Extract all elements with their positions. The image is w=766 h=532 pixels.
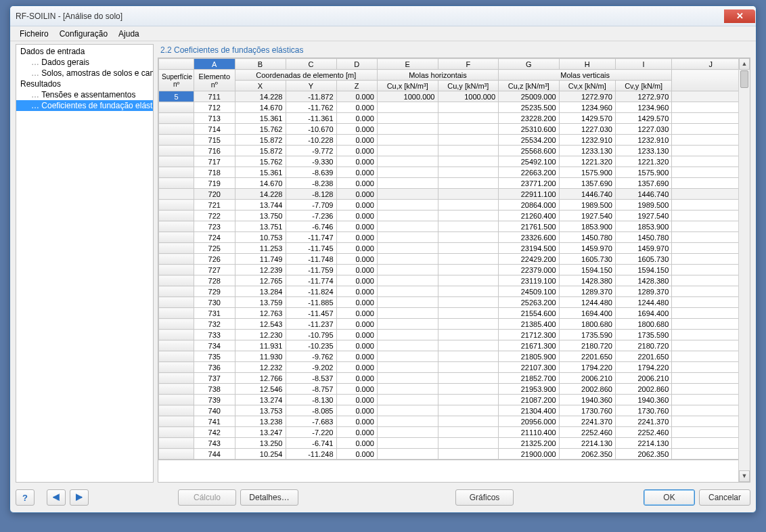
col-surf-label: Superfícienº — [159, 70, 194, 91]
col-cuy: Cu,y [kN/m³] — [438, 81, 499, 91]
nav-tree[interactable]: Dados de entrada … Dados gerais … Solos,… — [16, 44, 154, 483]
table-row[interactable]: 71214.670-11.7620.00025235.5001234.96012… — [159, 102, 750, 113]
table-row[interactable]: 72113.744-7.7090.00020864.0001989.500198… — [159, 200, 750, 210]
corner-header — [159, 59, 194, 70]
menu-ajuda[interactable]: Ajuda — [113, 28, 145, 40]
col-letter-d[interactable]: D — [336, 59, 377, 70]
table-row[interactable]: 71315.361-11.3610.00023228.2001429.57014… — [159, 113, 750, 124]
col-letter-h[interactable]: H — [559, 59, 615, 70]
window-title: RF-SOILIN - [Análise do solo] — [16, 12, 122, 21]
table-row[interactable]: 73612.232-9.2020.00022107.3001794.220179… — [159, 362, 750, 373]
content-panel: 2.2 Coeficientes de fundações elásticas … — [158, 44, 750, 483]
group-coords: Coordenadas de elemento [m] — [235, 70, 377, 81]
prev-button[interactable]: ⯇ — [47, 489, 66, 506]
close-icon[interactable]: ✕ — [724, 9, 755, 23]
table-row[interactable]: 72913.284-11.8240.00024509.1001289.37012… — [159, 286, 750, 297]
section-title: 2.2 Coeficientes de fundações elásticas — [158, 44, 750, 58]
table-row[interactable]: 72410.753-11.7470.00023326.6001450.78014… — [159, 232, 750, 243]
col-letter-b[interactable]: B — [235, 59, 286, 70]
col-letter-i[interactable]: I — [615, 59, 671, 70]
header-letters-row: A B C D E F G H I J — [159, 59, 750, 70]
table-row[interactable]: 72313.751-6.7460.00021761.5001853.900185… — [159, 221, 750, 232]
cancel-button[interactable]: Cancelar — [699, 489, 750, 506]
table-row[interactable]: 72213.750-7.2360.00021260.4001927.540192… — [159, 210, 750, 221]
col-z: Z — [336, 81, 377, 91]
detail-subgrid — [158, 460, 750, 474]
table-row[interactable]: 571114.228-11.8720.0001000.0001000.00025… — [159, 91, 750, 102]
col-letter-a[interactable]: A — [194, 59, 235, 70]
scroll-down-icon[interactable]: ▼ — [739, 470, 750, 482]
vertical-scrollbar[interactable]: ▲ ▼ — [738, 58, 750, 482]
table-row[interactable]: 74213.247-7.2200.00021110.4002252.460225… — [159, 427, 750, 438]
tree-item-coeficientes[interactable]: … Coeficientes de fundação elástica — [16, 100, 153, 111]
table-row[interactable]: 71715.762-9.3300.00025492.1001221.320122… — [159, 156, 750, 167]
scroll-thumb[interactable] — [740, 70, 748, 88]
tree-item-dados-gerais[interactable]: … Dados gerais — [16, 57, 153, 68]
table-row[interactable]: 72712.239-11.7590.00022379.0001594.15015… — [159, 265, 750, 275]
tree-item-tensoes[interactable]: … Tensões e assentamentos — [16, 89, 153, 100]
grid-table[interactable]: A B C D E F G H I J Superfícienº — [158, 58, 750, 460]
table-row[interactable]: 71515.872-10.2280.00025534.2001232.91012… — [159, 135, 750, 146]
col-cvy: Cv,y [kN/m] — [615, 81, 671, 91]
arrow-left-icon: ⯇ — [52, 493, 61, 503]
col-letter-c[interactable]: C — [286, 59, 336, 70]
table-row[interactable]: 73511.930-9.7620.00021805.9002201.650220… — [159, 351, 750, 362]
button-row: ? ⯇ ⯈ Cálculo Detalhes… Gráficos OK Canc… — [10, 483, 756, 512]
graphics-button[interactable]: Gráficos — [455, 489, 514, 506]
menubar: Ficheiro Configuração Ajuda — [10, 26, 756, 41]
menu-ficheiro[interactable]: Ficheiro — [14, 28, 54, 40]
help-icon: ? — [22, 493, 28, 503]
details-button[interactable]: Detalhes… — [240, 489, 298, 506]
col-letter-f[interactable]: F — [438, 59, 499, 70]
table-row[interactable]: 71815.361-8.6390.00022663.2001575.900157… — [159, 167, 750, 178]
table-row[interactable]: 71914.670-8.2380.00023771.2001357.690135… — [159, 178, 750, 189]
table-row[interactable]: 73712.766-8.5370.00021852.7002006.210200… — [159, 373, 750, 384]
header-group-row: Superfícienº Elementonº Coordenadas de e… — [159, 70, 750, 81]
col-y: Y — [286, 81, 336, 91]
table-row[interactable]: 72611.749-11.7480.00022429.2001605.73016… — [159, 254, 750, 265]
tree-group-results[interactable]: Resultados — [16, 79, 153, 89]
table-row[interactable]: 74313.250-6.7410.00021325.2002214.130221… — [159, 438, 750, 449]
table-row[interactable]: 73013.759-11.8850.00025263.2001244.48012… — [159, 297, 750, 308]
next-button[interactable]: ⯈ — [70, 489, 89, 506]
help-button[interactable]: ? — [16, 489, 35, 506]
table-row[interactable]: 73212.543-11.2370.00021385.4001800.68018… — [159, 319, 750, 330]
table-row[interactable]: 72014.228-8.1280.00022911.1001446.740144… — [159, 189, 750, 200]
results-grid[interactable]: A B C D E F G H I J Superfícienº — [158, 58, 750, 483]
titlebar: RF-SOILIN - [Análise do solo] ✕ — [10, 6, 756, 26]
table-row[interactable]: 71415.762-10.6700.00025310.6001227.03012… — [159, 124, 750, 135]
col-cux: Cu,x [kN/m³] — [377, 81, 438, 91]
col-letter-g[interactable]: G — [499, 59, 560, 70]
table-row[interactable]: 73312.230-10.7950.00021712.3001735.59017… — [159, 330, 750, 340]
table-row[interactable]: 73411.931-10.2350.00021671.3002180.72021… — [159, 340, 750, 351]
calc-button[interactable]: Cálculo — [178, 489, 236, 506]
col-cuz: Cu,z [kN/m³] — [499, 81, 560, 91]
group-molas-v: Molas verticais — [499, 70, 672, 81]
app-window: RF-SOILIN - [Análise do solo] ✕ Ficheiro… — [9, 5, 757, 513]
table-row[interactable]: 73112.763-11.4570.00021554.6001694.40016… — [159, 308, 750, 319]
ok-button[interactable]: OK — [644, 489, 695, 506]
col-x: X — [235, 81, 286, 91]
table-row[interactable]: 74410.254-11.2480.00021900.0002062.35020… — [159, 449, 750, 460]
table-row[interactable]: 71615.872-9.7720.00025568.6001233.130123… — [159, 146, 750, 156]
tree-group-input[interactable]: Dados de entrada — [16, 46, 153, 57]
table-row[interactable]: 74013.753-8.0850.00021304.4001730.760173… — [159, 405, 750, 416]
arrow-right-icon: ⯈ — [75, 493, 84, 503]
tree-item-solos[interactable]: … Solos, amostras de solos e camadas — [16, 68, 153, 79]
titlebar-buttons: ✕ — [723, 9, 756, 23]
body-area: Dados de entrada … Dados gerais … Solos,… — [10, 41, 756, 483]
col-elem-label: Elementonº — [194, 70, 235, 91]
header-units-row: X Y Z Cu,x [kN/m³] Cu,y [kN/m³] Cu,z [kN… — [159, 81, 750, 91]
table-row[interactable]: 73913.274-8.1300.00021087.2001940.360194… — [159, 395, 750, 405]
col-cvx: Cv,x [kN/m] — [559, 81, 615, 91]
table-row[interactable]: 73812.546-8.7570.00021953.9002002.860200… — [159, 384, 750, 395]
table-row[interactable]: 72812.765-11.7740.00023119.1001428.38014… — [159, 275, 750, 286]
table-row[interactable]: 74113.238-7.6830.00020956.0002241.370224… — [159, 416, 750, 427]
menu-configuracao[interactable]: Configuração — [54, 28, 113, 40]
table-row[interactable]: 72511.253-11.7450.00023194.5001459.97014… — [159, 243, 750, 254]
scroll-up-icon[interactable]: ▲ — [739, 58, 750, 70]
col-letter-e[interactable]: E — [377, 59, 438, 70]
group-molas-h: Molas horizontais — [377, 70, 498, 81]
